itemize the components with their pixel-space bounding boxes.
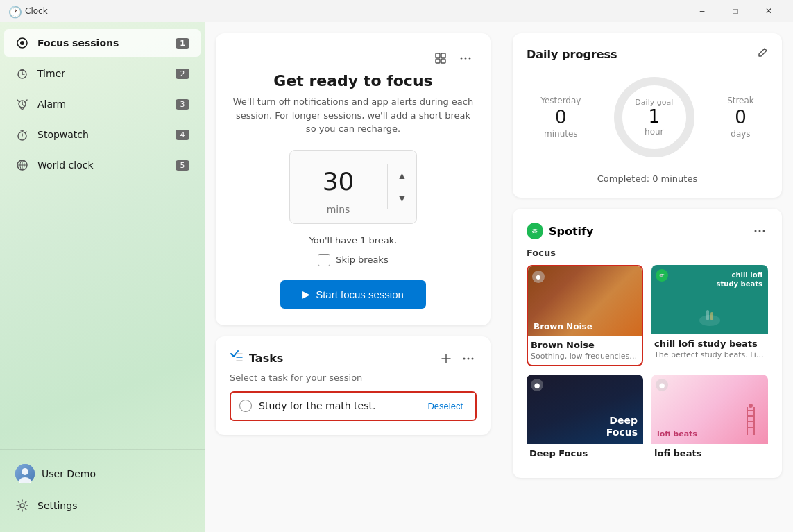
tasks-icon: [230, 350, 244, 367]
brown-noise-thumbnail: ● Brown Noise: [528, 266, 642, 336]
svg-point-40: [763, 230, 765, 232]
spotify-section-label: Focus: [527, 248, 768, 258]
svg-rect-43: [706, 310, 709, 320]
tasks-header: Tasks: [230, 350, 477, 367]
chill-lofi-thumb-text: chill lofistudy beats: [717, 271, 762, 289]
focus-title: Get ready to focus: [232, 72, 474, 89]
sidebar-item-alarm[interactable]: Alarm 3: [4, 90, 201, 118]
chill-lofi-thumbnail: chill lofistudy beats: [651, 265, 768, 334]
user-profile[interactable]: User Demo: [4, 457, 201, 490]
timer-icon: [15, 67, 29, 80]
music-item-deep-focus[interactable]: ● DeepFocus Deep Focus: [527, 375, 643, 464]
svg-point-39: [759, 230, 761, 232]
deselect-button[interactable]: Deselect: [423, 400, 467, 413]
timer-badge: 2: [176, 69, 189, 79]
brown-noise-name: Brown Noise: [531, 340, 639, 350]
deep-focus-thumb-text: DeepFocus: [606, 415, 638, 438]
stopwatch-label: Stopwatch: [37, 129, 176, 140]
focus-sessions-icon: [15, 36, 29, 50]
skip-breaks: Skip breaks: [232, 254, 474, 266]
time-decrease-button[interactable]: ▼: [388, 187, 417, 209]
deep-focus-thumbnail: ● DeepFocus: [527, 375, 643, 444]
settings-item[interactable]: Settings: [4, 492, 201, 520]
spotify-more-button[interactable]: [751, 227, 768, 235]
task-subtitle: Select a task for your session: [230, 372, 477, 383]
deep-focus-name: Deep Focus: [529, 448, 640, 458]
main-content: Get ready to focus We'll turn off notifi…: [205, 22, 793, 532]
progress-header: Daily progress: [527, 47, 768, 61]
svg-point-32: [463, 357, 466, 359]
svg-rect-22: [436, 59, 440, 63]
break-info: You'll have 1 break.: [232, 235, 474, 246]
spotify-logo: [527, 223, 543, 239]
time-display: 30: [304, 159, 373, 204]
alarm-icon: [15, 97, 29, 111]
start-button-label: Start focus session: [316, 289, 404, 300]
time-picker: 30 mins ▲ ▼: [232, 150, 474, 224]
focus-card-header: [232, 50, 474, 67]
right-panel: Daily progress Yesterday 0 minutes: [502, 22, 793, 532]
focus-description: We'll turn off notifications and app ale…: [232, 95, 474, 136]
compact-view-button[interactable]: [432, 50, 449, 67]
music-item-chill-lofi[interactable]: chill lofistudy beats ch: [651, 265, 768, 366]
world-clock-badge: 5: [176, 160, 189, 171]
time-display-wrapper: 30 mins ▲ ▼: [289, 150, 418, 224]
sidebar-item-stopwatch[interactable]: Stopwatch 4: [4, 121, 201, 148]
minimize-button[interactable]: –: [686, 0, 718, 22]
tasks-title: Tasks: [249, 352, 438, 365]
yesterday-stat: Yesterday 0 minutes: [540, 96, 581, 139]
goal-value: 1: [649, 107, 660, 127]
goal-unit: hour: [645, 127, 664, 137]
time-unit: mins: [327, 204, 350, 215]
settings-icon: [15, 499, 29, 513]
world-clock-label: World clock: [37, 160, 176, 171]
donut-center: Daily goal 1 hour: [635, 98, 673, 137]
chill-lofi-name: chill lofi study beats: [654, 338, 765, 349]
music-item-brown-noise[interactable]: ● Brown Noise Brown Noise Soothing, low …: [527, 265, 643, 366]
brown-noise-desc: Soothing, low frequencies for...: [531, 352, 639, 361]
chill-lofi-spotify-badge: [656, 269, 668, 282]
svg-point-24: [461, 58, 463, 60]
sidebar-item-world-clock[interactable]: World clock 5: [4, 151, 201, 179]
tasks-card: Tasks: [216, 336, 491, 435]
add-task-button[interactable]: [438, 350, 454, 367]
chill-lofi-desc: The perfect study beats. Find your...: [654, 350, 765, 359]
svg-rect-21: [441, 53, 445, 58]
svg-rect-20: [436, 53, 440, 58]
svg-point-34: [472, 357, 474, 359]
svg-point-19: [20, 504, 24, 508]
sidebar-item-focus-sessions[interactable]: Focus sessions 1: [4, 29, 201, 57]
time-increase-button[interactable]: ▲: [388, 164, 417, 187]
deep-focus-info: Deep Focus: [527, 444, 643, 464]
sidebar-item-timer[interactable]: Timer 2: [4, 60, 201, 87]
app-body: Focus sessions 1 Timer 2: [0, 22, 793, 532]
user-name: User Demo: [42, 468, 96, 479]
play-icon: ▶: [302, 289, 310, 300]
yesterday-label: Yesterday: [540, 96, 581, 105]
app-title: Clock: [25, 6, 686, 16]
world-clock-icon: [15, 158, 29, 172]
lofi-beats-thumbnail: ●: [651, 375, 768, 444]
edit-progress-button[interactable]: [757, 47, 768, 61]
brown-noise-info: Brown Noise Soothing, low frequencies fo…: [528, 336, 642, 365]
start-focus-button[interactable]: ▶ Start focus session: [280, 280, 426, 309]
music-item-lofi-beats[interactable]: ●: [651, 375, 768, 464]
skip-breaks-label[interactable]: Skip breaks: [336, 255, 388, 265]
tasks-more-button[interactable]: [460, 350, 477, 367]
title-bar: 🕐 Clock – □ ✕: [0, 0, 793, 22]
avatar: [15, 464, 35, 483]
window-controls: – □ ✕: [686, 0, 785, 22]
task-name: Study for the math test.: [259, 400, 423, 411]
yesterday-value: 0: [555, 107, 567, 128]
task-radio[interactable]: [239, 400, 252, 412]
progress-stats: Yesterday 0 minutes Daily goal 1 hour: [527, 72, 768, 162]
more-options-button[interactable]: [457, 54, 474, 62]
progress-title: Daily progress: [527, 48, 757, 61]
svg-rect-44: [710, 312, 713, 320]
maximize-button[interactable]: □: [719, 0, 751, 22]
svg-point-26: [469, 58, 471, 60]
close-button[interactable]: ✕: [753, 0, 785, 22]
lofi-beats-thumb-text: lofi beats: [657, 429, 697, 438]
lofi-beats-info: lofi beats: [651, 444, 768, 464]
skip-breaks-checkbox[interactable]: [318, 254, 330, 266]
